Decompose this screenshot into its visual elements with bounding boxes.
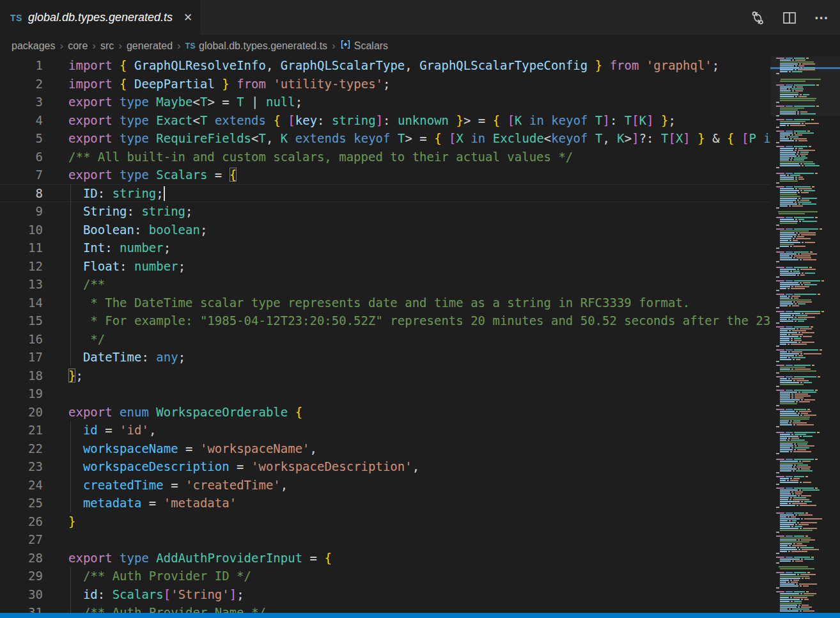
code-line-16[interactable]: 16 */ [0, 330, 840, 349]
code-editor[interactable]: 1import { GraphQLResolveInfo, GraphQLSca… [0, 56, 840, 613]
minimap-code-mark [780, 543, 792, 544]
line-number[interactable]: 5 [0, 129, 43, 148]
line-number[interactable]: 16 [0, 330, 43, 349]
minimap-row [776, 259, 836, 260]
line-number[interactable]: 1 [0, 56, 43, 75]
code-line-21[interactable]: 21 id = 'id', [0, 421, 840, 440]
code-line-29[interactable]: 29 /** Auth Provider ID */ [0, 567, 840, 585]
line-number[interactable]: 24 [0, 476, 43, 495]
line-number[interactable]: 19 [0, 384, 43, 403]
code-line-1[interactable]: 1import { GraphQLResolveInfo, GraphQLSca… [0, 56, 840, 75]
breadcrumb-item-scalars[interactable]: Scalars [340, 39, 388, 52]
minimap-code-mark [798, 177, 803, 178]
line-number[interactable]: 11 [0, 239, 43, 257]
minimap-row [776, 562, 836, 564]
minimap-code-mark [780, 163, 799, 164]
line-number[interactable]: 10 [0, 221, 43, 239]
breadcrumb-item-src[interactable]: src [100, 40, 114, 52]
code-line-6[interactable]: 6/** All built-in and custom scalars, ma… [0, 148, 840, 166]
more-actions-icon[interactable]: ⋯ [813, 10, 830, 26]
code-line-27[interactable]: 27 [0, 530, 840, 549]
line-number[interactable]: 23 [0, 457, 43, 476]
minimap-code-mark [788, 334, 790, 335]
line-number[interactable]: 22 [0, 440, 43, 458]
line-number[interactable]: 3 [0, 93, 43, 111]
code-line-23[interactable]: 23 workspaceDescription = 'workspaceDesc… [0, 457, 840, 476]
code-line-9[interactable]: 9 String: string; [0, 202, 840, 221]
line-number[interactable]: 15 [0, 312, 43, 330]
code-line-25[interactable]: 25 metadata = 'metadata' [0, 494, 840, 512]
tab-close-icon[interactable]: ✕ [183, 12, 192, 23]
code-line-13[interactable]: 13 /** [0, 275, 840, 294]
line-number[interactable]: 18 [0, 367, 43, 385]
line-number[interactable]: 13 [0, 275, 43, 294]
line-number[interactable]: 21 [0, 421, 43, 440]
code-line-20[interactable]: 20export enum WorkspaceOrderable { [0, 403, 840, 422]
code-line-30[interactable]: 30 id: Scalars['String']; [0, 585, 840, 604]
code-token [113, 95, 120, 109]
minimap-code-mark [797, 301, 812, 303]
line-number[interactable]: 6 [0, 148, 43, 166]
code-line-14[interactable]: 14 * The DateTime scalar type represents… [0, 294, 840, 312]
compare-changes-icon[interactable] [749, 10, 766, 26]
line-number[interactable]: 28 [0, 549, 43, 567]
minimap-code-mark [788, 344, 789, 345]
minimap-code-mark [802, 165, 804, 166]
line-number[interactable]: 7 [0, 166, 43, 184]
line-number[interactable]: 25 [0, 494, 43, 512]
code-line-31[interactable]: 31 /** Auth Provider Name */ [0, 603, 840, 613]
vscode-window: { "tab": { "file_type_badge": "TS", "tit… [0, 0, 840, 618]
code-token: 'workspaceName' [200, 441, 310, 456]
code-token: T [258, 131, 265, 145]
split-editor-icon[interactable] [781, 10, 798, 26]
code-line-2[interactable]: 2import { DeepPartial } from 'utility-ty… [0, 75, 840, 93]
line-number[interactable]: 9 [0, 202, 43, 221]
minimap[interactable] [770, 56, 840, 613]
line-number[interactable]: 27 [0, 530, 43, 549]
code-line-5[interactable]: 5export type RequireFields<T, K extends … [0, 129, 840, 148]
code-token: = [98, 423, 120, 437]
code-line-11[interactable]: 11 Int: number; [0, 239, 840, 257]
line-number[interactable]: 12 [0, 257, 43, 276]
code-line-10[interactable]: 10 Boolean: boolean; [0, 221, 840, 239]
breadcrumb-item-generated[interactable]: generated [127, 40, 173, 52]
minimap-code-mark [776, 532, 779, 533]
code-line-24[interactable]: 24 createdTime = 'createdTime', [0, 476, 840, 495]
code-line-15[interactable]: 15 * For example: "1985-04-12T23:20:50.5… [0, 312, 840, 330]
minimap-code-mark [780, 541, 809, 543]
line-number[interactable]: 4 [0, 111, 43, 130]
line-number[interactable]: 26 [0, 512, 43, 531]
minimap-row [776, 144, 836, 145]
breadcrumb-item-core[interactable]: core [68, 40, 88, 52]
code-line-12[interactable]: 12 Float: number; [0, 257, 840, 276]
code-line-18[interactable]: 18}; [0, 367, 840, 385]
minimap-row [776, 509, 836, 510]
code-token [588, 113, 595, 127]
code-line-4[interactable]: 4export type Exact<T extends { [key: str… [0, 111, 840, 130]
line-number[interactable]: 14 [0, 294, 43, 312]
breadcrumb-item-packages[interactable]: packages [12, 40, 56, 52]
code-line-8[interactable]: 8 ID: string; [0, 184, 840, 203]
code-line-26[interactable]: 26} [0, 512, 840, 531]
code-line-7[interactable]: 7export type Scalars = { [0, 166, 840, 184]
minimap-code-mark [780, 338, 789, 339]
minimap-code-mark [786, 487, 793, 489]
tab-global-db-types[interactable]: TS global.db.types.generated.ts ✕ [0, 0, 200, 35]
line-number[interactable]: 2 [0, 75, 43, 93]
minimap-code-mark [791, 319, 807, 320]
code-line-28[interactable]: 28export type AddAuthProviderInput = { [0, 549, 840, 567]
code-line-17[interactable]: 17 DateTime: any; [0, 348, 840, 367]
line-number[interactable]: 29 [0, 567, 43, 585]
line-number[interactable]: 30 [0, 585, 43, 604]
minimap-code-mark [791, 351, 802, 353]
code-line-3[interactable]: 3export type Maybe<T> = T | null; [0, 93, 840, 111]
line-number[interactable]: 20 [0, 403, 43, 422]
minimap-row [776, 226, 836, 228]
line-number[interactable]: 8 [0, 184, 43, 203]
code-line-19[interactable]: 19 [0, 384, 840, 403]
minimap-code-mark [793, 238, 795, 239]
line-number[interactable]: 31 [0, 603, 43, 613]
code-line-22[interactable]: 22 workspaceName = 'workspaceName', [0, 440, 840, 458]
breadcrumb-item-global-db-types-generated-ts[interactable]: TSglobal.db.types.generated.ts [185, 40, 327, 52]
line-number[interactable]: 17 [0, 348, 43, 367]
